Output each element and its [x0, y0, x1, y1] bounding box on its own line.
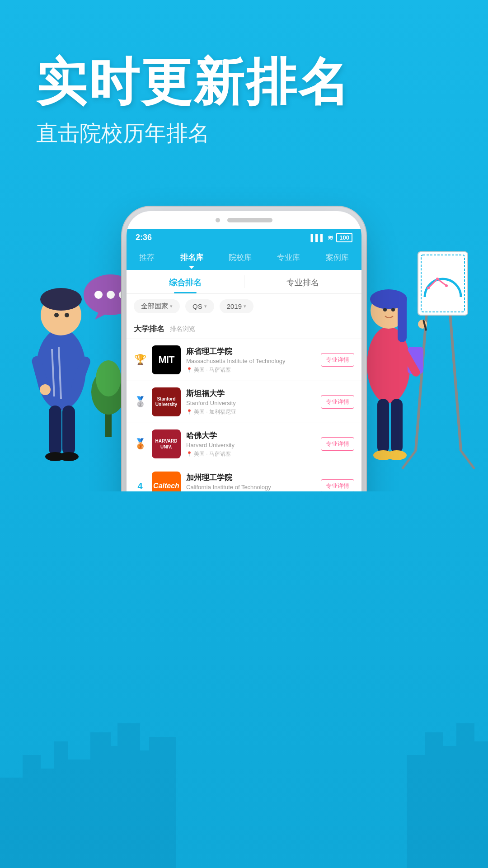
uni-info-stanford: 斯坦福大学 Stanford University 📍 美国 · 加利福尼亚	[186, 388, 315, 416]
svg-point-28	[40, 384, 51, 395]
phone-top-bar	[127, 211, 361, 229]
svg-point-27	[65, 313, 69, 317]
svg-rect-20	[49, 406, 61, 455]
uni-name-en-stanford: Stanford University	[186, 400, 315, 406]
uni-location-mit: 📍 美国 · 马萨诸塞	[186, 366, 315, 374]
svg-rect-21	[62, 406, 75, 455]
svg-point-35	[107, 291, 115, 299]
detail-button-harvard[interactable]: 专业详情	[321, 437, 354, 451]
svg-point-23	[59, 452, 79, 461]
svg-rect-57	[377, 399, 389, 453]
filter-bar: 全部国家 ▾ QS ▾ 2019 ▾	[127, 294, 361, 319]
location-pin-icon-3: 📍	[186, 451, 192, 457]
sub-tab-comprehensive[interactable]: 综合排名	[127, 270, 244, 293]
status-bar: 2:36 ▌▌▌ ≋ 100	[127, 229, 361, 246]
hero-subtitle: 直击院校历年排名	[36, 119, 452, 148]
nav-tabs: 推荐 排名库 院校库 专业库 案例库	[127, 246, 361, 266]
tree-decoration	[90, 347, 127, 437]
chevron-down-icon: ▾	[170, 303, 173, 309]
svg-point-31	[96, 360, 121, 396]
location-pin-icon-2: 📍	[186, 409, 192, 415]
section-header: 大学排名 排名浏览	[127, 319, 361, 339]
nav-tab-cases[interactable]: 案例库	[323, 249, 352, 266]
location-pin-icon: 📍	[186, 367, 192, 373]
svg-point-46	[436, 278, 439, 280]
logo-harvard: HARVARD UNIV.	[152, 429, 181, 458]
uni-info-mit: 麻省理工学院 Massachusetts Institute of Techno…	[186, 346, 315, 374]
detail-button-stanford[interactable]: 专业详情	[321, 395, 354, 409]
svg-point-47	[445, 284, 448, 287]
rank-harvard: 🥉	[134, 438, 146, 450]
hero-title: 实时更新排名	[36, 54, 452, 110]
decorative-section: 2:36 ▌▌▌ ≋ 100 推荐 排名库 院校库 专业库 案例库	[0, 175, 488, 491]
nav-tab-recommended[interactable]: 推荐	[136, 249, 157, 266]
uni-location-stanford: 📍 美国 · 加利福尼亚	[186, 408, 315, 416]
logo-caltech: Caltech	[152, 472, 181, 491]
filter-country[interactable]: 全部国家 ▾	[134, 299, 180, 313]
signal-icon: ▌▌▌	[310, 234, 325, 241]
phone-mockup: 2:36 ▌▌▌ ≋ 100 推荐 排名库 院校库 专业库 案例库	[127, 211, 361, 491]
svg-point-62	[391, 308, 395, 311]
filter-ranking-type[interactable]: QS ▾	[185, 299, 214, 313]
uni-name-cn-stanford: 斯坦福大学	[186, 388, 315, 399]
uni-name-cn-caltech: 加州理工学院	[186, 472, 315, 483]
chevron-down-icon-2: ▾	[204, 303, 207, 309]
university-item-mit[interactable]: 🏆 MIT 麻省理工学院 Massachusetts Institute of …	[127, 339, 361, 381]
university-item-caltech[interactable]: 4 Caltech 加州理工学院 California Institute of…	[127, 465, 361, 491]
nav-tab-majors[interactable]: 专业库	[274, 249, 303, 266]
svg-rect-58	[391, 399, 403, 453]
svg-point-26	[54, 313, 59, 317]
svg-point-45	[427, 287, 430, 289]
sub-tab-major[interactable]: 专业排名	[244, 270, 362, 293]
phone-speaker	[227, 218, 272, 222]
logo-stanford: Stanford University	[152, 387, 181, 416]
uni-name-en-caltech: California Institute of Technology	[186, 484, 315, 491]
phone-camera-dot	[216, 218, 220, 222]
nav-tab-ranking[interactable]: 排名库	[178, 249, 206, 266]
svg-line-40	[461, 451, 474, 469]
status-icons: ▌▌▌ ≋ 100	[310, 233, 352, 242]
detail-button-caltech[interactable]: 专业详情	[321, 479, 354, 491]
rank-caltech: 4	[134, 481, 146, 491]
nav-tab-schools[interactable]: 院校库	[226, 249, 254, 266]
hero-section: 实时更新排名 直击院校历年排名	[0, 0, 488, 175]
uni-info-harvard: 哈佛大学 Harvard University 📍 美国 · 马萨诸塞	[186, 430, 315, 458]
university-item-harvard[interactable]: 🥉 HARVARD UNIV. 哈佛大学 Harvard University …	[127, 423, 361, 465]
character-right	[348, 189, 483, 478]
filter-year[interactable]: 2019 ▾	[220, 299, 253, 313]
svg-rect-51	[398, 297, 407, 342]
uni-location-harvard: 📍 美国 · 马萨诸塞	[186, 450, 315, 458]
uni-info-caltech: 加州理工学院 California Institute of Technolog…	[186, 472, 315, 492]
svg-point-17	[40, 288, 82, 311]
svg-point-60	[387, 450, 407, 460]
wifi-icon: ≋	[328, 234, 333, 242]
sub-tabs: 综合排名 专业排名	[127, 270, 361, 294]
uni-name-cn-mit: 麻省理工学院	[186, 346, 315, 357]
rank-stanford: 🥈	[134, 396, 146, 408]
status-time: 2:36	[136, 233, 152, 242]
svg-point-61	[383, 308, 387, 311]
rank-mit: 🏆	[134, 354, 146, 366]
uni-name-cn-harvard: 哈佛大学	[186, 430, 315, 441]
svg-point-34	[94, 291, 103, 299]
battery-icon: 100	[336, 233, 352, 242]
svg-rect-4	[63, 760, 95, 868]
section-subtitle: 排名浏览	[170, 325, 195, 333]
uni-name-en-harvard: Harvard University	[186, 442, 315, 448]
uni-name-en-mit: Massachusetts Institute of Technology	[186, 358, 315, 364]
university-item-stanford[interactable]: 🥈 Stanford University 斯坦福大学 Stanford Uni…	[127, 381, 361, 423]
svg-point-36	[119, 291, 127, 299]
detail-button-mit[interactable]: 专业详情	[321, 353, 354, 367]
logo-mit: MIT	[152, 345, 181, 374]
university-list: 🏆 MIT 麻省理工学院 Massachusetts Institute of …	[127, 339, 361, 491]
svg-rect-14	[470, 741, 488, 868]
section-title: 大学排名	[134, 324, 164, 334]
chevron-down-icon-3: ▾	[244, 303, 246, 309]
svg-rect-9	[149, 737, 176, 868]
